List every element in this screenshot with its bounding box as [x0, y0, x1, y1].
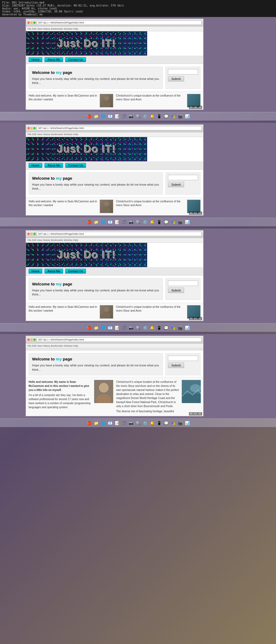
dock-icon-5[interactable]: 📝 [114, 113, 120, 120]
site-nav-1: Home About Me Contact Us [26, 56, 203, 64]
dock-icon-2-10[interactable]: 🔔 [149, 219, 155, 225]
close-button-4[interactable] [27, 339, 30, 341]
dock-icon-2-15[interactable]: 📊 [184, 219, 190, 225]
dock-icon-2-8[interactable]: 🔍 [135, 219, 141, 225]
close-button-3[interactable] [27, 233, 30, 235]
address-bar-2[interactable]: SET && 1 +4004/New%20Page/index.html [37, 126, 202, 130]
dock-icon-4-13[interactable]: 🎭 [170, 420, 176, 426]
dock-icon-6[interactable]: 🎵 [121, 113, 127, 120]
dock-icon-2-4[interactable]: 📧 [107, 219, 113, 225]
dock-icon-2-5[interactable]: 📝 [114, 219, 120, 225]
maximize-button-1[interactable] [33, 22, 36, 24]
dock-icon-15[interactable]: 📊 [184, 113, 190, 120]
dock-icon-9[interactable]: ⚙️ [142, 113, 148, 120]
nav-contact-3[interactable]: Contact Us [65, 269, 86, 274]
dock-icon-2-2[interactable]: 📁 [93, 219, 99, 225]
dock-icon-4-12[interactable]: 💬 [163, 420, 169, 426]
dock-icon-3-3[interactable]: 🌐 [100, 325, 106, 331]
dock-icon-4-1[interactable]: 🍎 [86, 420, 92, 426]
dock-icon-3-11[interactable]: 📱 [156, 325, 162, 331]
about-intro: Hello and welcome. My name is Sean McCam… [29, 380, 89, 391]
below-left-2: Hello and welcome. My name is Sean McCam… [29, 200, 113, 213]
minimize-button-3[interactable] [30, 233, 33, 235]
dock-icon-4-8[interactable]: 🔍 [135, 420, 141, 426]
nav-home-3[interactable]: Home [29, 269, 42, 274]
dock-icon-2-6[interactable]: 🎵 [121, 219, 127, 225]
dock-icon-3[interactable]: 🌐 [100, 113, 106, 120]
dock-icon-4-11[interactable]: 📱 [156, 420, 162, 426]
window-controls-1 [27, 22, 36, 24]
dock-icon-4-5[interactable]: 📝 [114, 420, 120, 426]
dock-icon-2-1[interactable]: 🍎 [86, 219, 92, 225]
close-button-1[interactable] [27, 22, 30, 24]
dock-icon-2-12[interactable]: 💬 [163, 219, 169, 225]
address-bar-3[interactable]: SET && 1 +4004/New%20Page/index.html [37, 232, 202, 236]
dock-icon-4-3[interactable]: 🌐 [100, 420, 106, 426]
dock-icon-finder[interactable]: 🍎 [86, 113, 92, 120]
sidebar-input-4[interactable] [168, 356, 198, 361]
browser-chrome-3: SET && 1 +4004/New%20Page/index.html [26, 230, 203, 238]
nav-about-3[interactable]: About Me [44, 269, 63, 274]
dock-icon-8[interactable]: 🔍 [135, 113, 141, 120]
sidebar-submit-4[interactable]: Submit [168, 363, 184, 368]
nav-home-1[interactable]: Home [29, 57, 42, 62]
dock-icon-2-11[interactable]: 📱 [156, 219, 162, 225]
dock-icon-2[interactable]: 📁 [93, 113, 99, 120]
mac-dock-3: 🍎 📁 🌐 📧 📝 🎵 📷 🔍 ⚙️ 🔔 📱 💬 🎭 🎬 📊 [0, 323, 276, 332]
dock-icon-4-10[interactable]: 🔔 [149, 420, 155, 426]
dock-icon-3-5[interactable]: 📝 [114, 325, 120, 331]
nav-contact-1[interactable]: Contact Us [65, 57, 86, 62]
address-bar-1[interactable]: SET && 1 +4004/New%20Page/index.html [37, 21, 202, 25]
dock-icon-3-9[interactable]: ⚙️ [142, 325, 148, 331]
sidebar-submit-3[interactable]: Submit [168, 288, 184, 293]
nav-about-2[interactable]: About Me [44, 163, 63, 168]
dock-icon-3-2[interactable]: 📁 [93, 325, 99, 331]
close-button-2[interactable] [27, 127, 30, 129]
dock-icon-2-7[interactable]: 📷 [128, 219, 134, 225]
minimize-button-1[interactable] [30, 22, 33, 24]
dock-icon-4[interactable]: 📧 [107, 113, 113, 120]
dock-icon-10[interactable]: 🔔 [149, 113, 155, 120]
sidebar-input-1[interactable] [168, 69, 198, 74]
maximize-button-3[interactable] [33, 233, 36, 235]
dock-icon-2-13[interactable]: 🎭 [170, 219, 176, 225]
dock-icon-2-14[interactable]: 🎬 [177, 219, 183, 225]
dock-icon-4-6[interactable]: 🎵 [121, 420, 127, 426]
dock-icon-13[interactable]: 🎭 [170, 113, 176, 120]
dock-icon-3-1[interactable]: 🍎 [86, 325, 92, 331]
sidebar-submit-2[interactable]: Submit [168, 182, 184, 187]
dock-icon-4-14[interactable]: 🎬 [177, 420, 183, 426]
dock-icon-3-4[interactable]: 📧 [107, 325, 113, 331]
dock-icon-2-3[interactable]: 🌐 [100, 219, 106, 225]
dock-icon-11[interactable]: 📱 [156, 113, 162, 120]
minimize-button-2[interactable] [30, 127, 33, 129]
dock-icon-4-15[interactable]: 📊 [184, 420, 190, 426]
dock-icon-14[interactable]: 🎬 [177, 113, 183, 120]
dock-icon-3-13[interactable]: 🎭 [170, 325, 176, 331]
dock-icon-3-7[interactable]: 📷 [128, 325, 134, 331]
nav-contact-2[interactable]: Contact Us [65, 163, 86, 168]
address-bar-4[interactable]: SET && 1 +4004/New%20Page/index.html [37, 338, 202, 342]
dock-icon-3-10[interactable]: 🔔 [149, 325, 155, 331]
dock-icon-3-12[interactable]: 💬 [163, 325, 169, 331]
dock-icon-2-9[interactable]: ⚙️ [142, 219, 148, 225]
dock-icon-4-7[interactable]: 📷 [128, 420, 134, 426]
banner-text-3: Just Do IT! [57, 249, 116, 261]
dock-icon-7[interactable]: 📷 [128, 113, 134, 120]
maximize-button-2[interactable] [33, 127, 36, 129]
dock-icon-3-14[interactable]: 🎬 [177, 325, 183, 331]
dock-icon-4-9[interactable]: ⚙️ [142, 420, 148, 426]
sidebar-submit-1[interactable]: Submit [168, 76, 184, 81]
dock-icon-3-6[interactable]: 🎵 [121, 325, 127, 331]
dock-icon-4-2[interactable]: 📁 [93, 420, 99, 426]
maximize-button-4[interactable] [33, 339, 36, 341]
dock-icon-3-8[interactable]: 🔍 [135, 325, 141, 331]
dock-icon-12[interactable]: 💬 [163, 113, 169, 120]
nav-about-1[interactable]: About Me [44, 57, 63, 62]
dock-icon-3-15[interactable]: 📊 [184, 325, 190, 331]
sidebar-input-2[interactable] [168, 175, 198, 180]
dock-icon-4-4[interactable]: 📧 [107, 420, 113, 426]
minimize-button-4[interactable] [30, 339, 33, 341]
sidebar-input-3[interactable] [168, 281, 198, 286]
nav-home-2[interactable]: Home [29, 163, 42, 168]
